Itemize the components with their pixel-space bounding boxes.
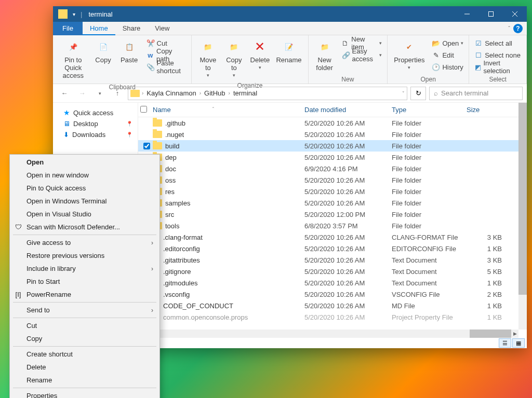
context-delete[interactable]: Delete — [11, 361, 158, 374]
horizontal-scrollbar[interactable]: ▶ — [138, 330, 518, 338]
minimize-button[interactable] — [455, 6, 479, 22]
folder-icon — [58, 9, 68, 19]
back-button[interactable]: ← — [57, 86, 72, 101]
context-visual-studio[interactable]: Open in Visual Studio — [11, 208, 158, 221]
context-cut[interactable]: Cut — [11, 319, 158, 332]
table-row[interactable]: .gitignore5/20/2020 10:26 AMText Documen… — [138, 266, 527, 277]
context-restore-versions[interactable]: Restore previous versions — [11, 249, 158, 262]
context-properties[interactable]: Properties — [11, 389, 158, 398]
context-open-new-window[interactable]: Open in new window — [11, 169, 158, 182]
view-tab[interactable]: View — [148, 22, 177, 35]
context-create-shortcut[interactable]: Create shortcut — [11, 348, 158, 361]
copy-button[interactable]: 📄Copy — [90, 37, 116, 65]
vertical-scrollbar[interactable] — [518, 103, 527, 330]
column-size[interactable]: Size — [467, 106, 506, 114]
scrollbar-thumb[interactable] — [470, 330, 511, 338]
properties-button[interactable]: ✔Properties▾ — [391, 37, 428, 71]
pin-quick-access-button[interactable]: 📌Pin to Quick access — [56, 37, 90, 80]
chevron-right-icon: › — [151, 307, 153, 314]
context-send-to[interactable]: Send to› — [11, 304, 158, 317]
maximize-button[interactable] — [479, 6, 503, 22]
context-defender-scan[interactable]: 🛡Scan with Microsoft Defender... — [11, 221, 158, 234]
file-tab[interactable]: File — [53, 22, 83, 35]
scroll-right-arrow[interactable]: ▶ — [511, 330, 518, 338]
breadcrumb-item[interactable]: Kayla Cinnamon — [144, 89, 198, 97]
easy-access-button[interactable]: 🔗Easy access ▾ — [340, 49, 384, 61]
breadcrumb-item[interactable]: GitHub — [202, 89, 227, 97]
paste-shortcut-button[interactable]: 📎Paste shortcut — [144, 61, 189, 73]
sidebar-item-quick-access[interactable]: ★Quick access — [53, 107, 138, 118]
row-checkbox[interactable] — [143, 143, 150, 149]
table-row[interactable]: .nuget5/20/2020 10:26 AMFile folder — [138, 129, 527, 140]
forward-button[interactable]: → — [75, 86, 89, 101]
table-row[interactable]: .gitmodules5/20/2020 10:26 AMText Docume… — [138, 277, 527, 289]
history-button[interactable]: 🕑History — [430, 61, 466, 73]
breadcrumb-dropdown[interactable]: ˅ — [402, 91, 405, 96]
sidebar-item-downloads[interactable]: ⬇Downloads📍 — [53, 129, 138, 140]
refresh-button[interactable]: ↻ — [410, 87, 426, 100]
column-date[interactable]: Date modified — [304, 106, 392, 114]
file-name: .gitattributes — [163, 256, 200, 264]
collapse-ribbon-icon[interactable]: ˆ — [508, 25, 510, 32]
chevron-right-icon[interactable]: › — [142, 90, 143, 96]
ribbon: 📌Pin to Quick access 📄Copy 📋Paste ✂️Cut … — [53, 35, 527, 84]
context-rename[interactable]: Rename — [11, 374, 158, 387]
home-tab[interactable]: Home — [83, 22, 115, 35]
context-pin-start[interactable]: Pin to Start — [11, 275, 158, 288]
close-button[interactable] — [503, 6, 527, 22]
table-row[interactable]: oss5/20/2020 10:26 AMFile folder — [138, 174, 527, 186]
delete-button[interactable]: ✕Delete▾ — [247, 37, 273, 71]
view-details-button[interactable]: ☰ — [499, 338, 511, 348]
context-include-library[interactable]: Include in library› — [11, 262, 158, 275]
table-row[interactable]: .vsconfig5/20/2020 10:26 AMVSCONFIG File… — [138, 289, 527, 300]
view-icons-button[interactable]: ▦ — [512, 338, 525, 348]
paste-button[interactable]: 📋Paste — [116, 37, 142, 65]
table-row[interactable]: dep5/20/2020 10:26 AMFile folder — [138, 152, 527, 163]
table-row[interactable]: .editorconfig5/20/2020 10:26 AMEDITORCON… — [138, 243, 527, 254]
open-button[interactable]: 📂Open ▾ — [430, 37, 466, 49]
column-name[interactable]: Name — [153, 106, 171, 114]
scrollbar-thumb[interactable] — [518, 103, 527, 295]
breadcrumb[interactable]: › Kayla Cinnamon › GitHub › terminal ˅ — [128, 87, 407, 100]
table-row[interactable]: common.openconsole.props5/20/2020 10:26 … — [138, 311, 527, 323]
chevron-right-icon[interactable]: › — [229, 90, 230, 96]
new-folder-button[interactable]: 📁New folder — [312, 37, 338, 73]
file-size: 3 KB — [467, 256, 506, 264]
rename-button[interactable]: 📝Rename — [273, 37, 304, 65]
context-powerrename[interactable]: [I]PowerRename — [11, 288, 158, 301]
table-row[interactable]: .github5/20/2020 10:26 AMFile folder — [138, 117, 527, 129]
help-icon[interactable]: ? — [513, 24, 523, 33]
invert-selection-button[interactable]: ◩Invert selection — [472, 61, 523, 73]
table-row[interactable]: build5/20/2020 10:26 AMFile folder — [138, 140, 527, 152]
table-row[interactable]: res5/20/2020 10:26 AMFile folder — [138, 186, 527, 197]
qat-dropdown-icon[interactable]: ▾ — [71, 11, 77, 17]
table-row[interactable]: samples5/20/2020 10:26 AMFile folder — [138, 197, 527, 209]
select-all-button[interactable]: ☑Select all — [472, 37, 523, 49]
titlebar[interactable]: ▾ | terminal — [53, 6, 527, 22]
context-windows-terminal[interactable]: Open in Windows Terminal — [11, 195, 158, 208]
up-button[interactable]: ↑ — [110, 86, 125, 101]
file-type: EDITORCONFIG File — [392, 245, 467, 253]
select-all-checkbox[interactable] — [140, 106, 147, 113]
edit-button[interactable]: ✎Edit — [430, 49, 466, 61]
context-pin-quick[interactable]: Pin to Quick access — [11, 182, 158, 195]
search-input[interactable]: ⌕ Search terminal — [429, 87, 523, 100]
context-open[interactable]: Open — [11, 156, 158, 169]
table-row[interactable]: doc6/9/2020 4:16 PMFile folder — [138, 163, 527, 174]
context-copy[interactable]: Copy — [11, 332, 158, 345]
desktop-icon: 🖥 — [63, 120, 70, 128]
chevron-right-icon[interactable]: › — [200, 90, 201, 96]
sidebar-item-desktop[interactable]: 🖥Desktop📍 — [53, 118, 138, 129]
recent-dropdown[interactable]: ▾ — [92, 86, 107, 101]
context-give-access[interactable]: Give access to› — [11, 236, 158, 249]
table-row[interactable]: src5/20/2020 12:00 PMFile folder — [138, 209, 527, 220]
table-row[interactable]: CODE_OF_CONDUCT5/20/2020 10:26 AMMD File… — [138, 300, 527, 311]
share-tab[interactable]: Share — [115, 22, 148, 35]
copy-to-button[interactable]: 📁Copy to▾ — [221, 37, 247, 79]
breadcrumb-item[interactable]: terminal — [231, 89, 259, 97]
move-to-button[interactable]: 📁Move to▾ — [195, 37, 221, 79]
column-type[interactable]: Type — [392, 106, 467, 114]
table-row[interactable]: tools6/8/2020 3:57 PMFile folder — [138, 220, 527, 231]
table-row[interactable]: .clang-format5/20/2020 10:26 AMCLANG-FOR… — [138, 231, 527, 243]
table-row[interactable]: .gitattributes5/20/2020 10:26 AMText Doc… — [138, 254, 527, 266]
